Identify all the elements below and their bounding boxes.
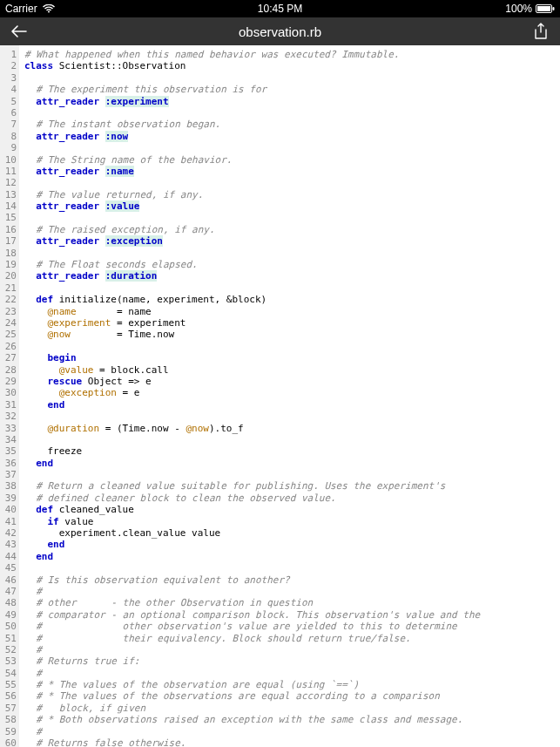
line-number: 43 <box>0 539 17 550</box>
line-number: 42 <box>0 527 17 539</box>
page-title: observation.rb <box>30 24 530 39</box>
status-right: 100% <box>505 3 555 15</box>
line-number: 26 <box>0 341 17 352</box>
code-line: # The instant observation began. <box>24 119 557 130</box>
code-line: # other observation's value are yielded … <box>24 621 557 632</box>
code-line: attr_reader :experiment <box>24 96 557 107</box>
line-number: 13 <box>0 189 17 200</box>
line-number: 22 <box>0 294 17 305</box>
line-number: 55 <box>0 679 17 690</box>
code-line: attr_reader :value <box>24 200 557 212</box>
line-number: 56 <box>0 690 17 702</box>
code-line: attr_reader :exception <box>24 235 557 247</box>
line-number: 14 <box>0 200 17 212</box>
line-number: 30 <box>0 387 17 398</box>
svg-rect-1 <box>537 6 550 11</box>
code-line: # The Float seconds elapsed. <box>24 259 557 270</box>
code-line <box>24 469 557 480</box>
line-number: 60 <box>0 737 17 747</box>
line-number: 54 <box>0 668 17 679</box>
code-editor[interactable]: 1234567891011121314151617181920212223242… <box>0 45 560 747</box>
line-number: 19 <box>0 259 17 270</box>
line-number: 3 <box>0 72 17 84</box>
line-number: 51 <box>0 633 17 644</box>
line-number: 53 <box>0 655 17 667</box>
code-line: # The experiment this observation is for <box>24 84 557 95</box>
code-line: # What happened when this named behavior… <box>24 49 557 60</box>
line-number: 48 <box>0 597 17 608</box>
line-number: 41 <box>0 516 17 527</box>
code-line: begin <box>24 352 557 363</box>
code-line: attr_reader :duration <box>24 270 557 282</box>
code-line: def initialize(name, experiment, &block) <box>24 294 557 305</box>
line-number: 37 <box>0 469 17 480</box>
carrier-label: Carrier <box>5 3 37 15</box>
battery-icon <box>536 4 555 13</box>
line-number: 21 <box>0 282 17 294</box>
line-number: 11 <box>0 166 17 177</box>
share-button[interactable] <box>530 23 551 40</box>
code-line: @exception = e <box>24 387 557 398</box>
code-line: @experiment = experiment <box>24 317 557 329</box>
line-number: 57 <box>0 703 17 714</box>
line-number: 27 <box>0 352 17 363</box>
back-button[interactable] <box>9 24 30 38</box>
line-number: 24 <box>0 317 17 329</box>
line-number: 31 <box>0 399 17 411</box>
code-line: # Returns true if: <box>24 655 557 667</box>
code-line: # * The values of the observation are eq… <box>24 679 557 690</box>
code-line: # defined cleaner block to clean the obs… <box>24 492 557 504</box>
line-number: 2 <box>0 60 17 71</box>
code-line: # comparator - an optional comparison bl… <box>24 609 557 621</box>
code-line <box>24 107 557 119</box>
code-line: attr_reader :now <box>24 131 557 142</box>
code-line <box>24 562 557 574</box>
status-time: 10:45 PM <box>258 3 302 15</box>
code-line: end <box>24 399 557 411</box>
code-line: # The raised exception, if any. <box>24 224 557 235</box>
code-line: # Return a cleaned value suitable for pu… <box>24 480 557 492</box>
code-line: @duration = (Time.now - @now).to_f <box>24 423 557 434</box>
line-number: 39 <box>0 492 17 504</box>
wifi-icon <box>43 4 55 13</box>
battery-label: 100% <box>505 3 532 15</box>
line-number: 36 <box>0 458 17 469</box>
code-content[interactable]: # What happened when this named behavior… <box>19 45 560 747</box>
code-line <box>24 282 557 294</box>
line-number: 59 <box>0 726 17 737</box>
line-number: 34 <box>0 434 17 445</box>
line-number: 50 <box>0 621 17 632</box>
code-line: # <box>24 586 557 597</box>
line-number-gutter: 1234567891011121314151617181920212223242… <box>0 45 19 747</box>
code-line: # * The values of the observations are e… <box>24 690 557 702</box>
line-number: 32 <box>0 411 17 422</box>
code-line: # The value returned, if any. <box>24 189 557 200</box>
line-number: 10 <box>0 154 17 166</box>
line-number: 40 <box>0 504 17 515</box>
line-number: 9 <box>0 142 17 153</box>
code-line: experiment.clean_value value <box>24 527 557 539</box>
code-line <box>24 177 557 188</box>
line-number: 35 <box>0 445 17 457</box>
line-number: 17 <box>0 235 17 247</box>
code-line: @now = Time.now <box>24 329 557 340</box>
code-line <box>24 212 557 223</box>
line-number: 38 <box>0 480 17 492</box>
line-number: 12 <box>0 177 17 188</box>
code-line: @name = name <box>24 306 557 317</box>
line-number: 20 <box>0 270 17 282</box>
line-number: 46 <box>0 574 17 586</box>
code-line <box>24 341 557 352</box>
code-line: def cleaned_value <box>24 504 557 515</box>
line-number: 7 <box>0 119 17 130</box>
line-number: 49 <box>0 609 17 621</box>
code-line: class Scientist::Observation <box>24 60 557 71</box>
code-line: end <box>24 551 557 562</box>
code-line: # Is this observation equivalent to anot… <box>24 574 557 586</box>
line-number: 52 <box>0 644 17 655</box>
code-line: attr_reader :name <box>24 166 557 177</box>
nav-bar: observation.rb <box>0 17 560 45</box>
code-line: # other - the other Observation in quest… <box>24 597 557 608</box>
line-number: 29 <box>0 376 17 387</box>
line-number: 18 <box>0 248 17 259</box>
